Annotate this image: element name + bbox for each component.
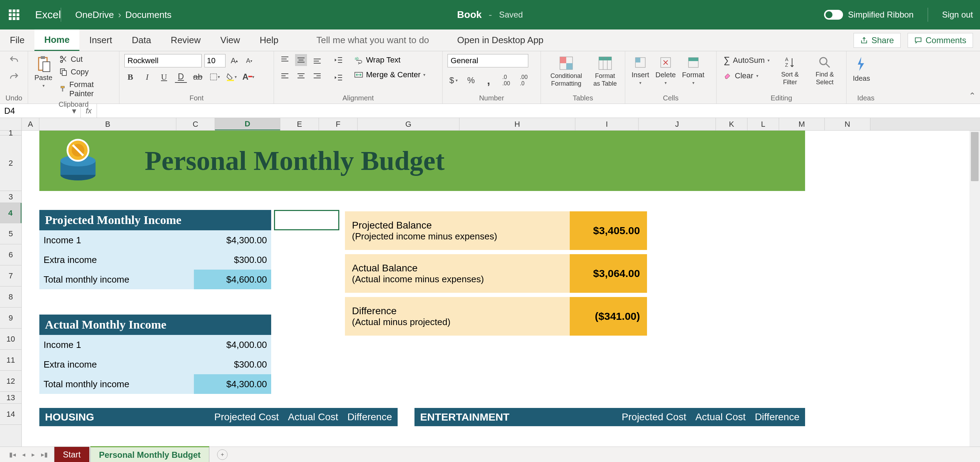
sheet-tab-start[interactable]: Start (54, 446, 89, 462)
sort-filter-button[interactable]: AZSort & Filter (775, 54, 805, 87)
tell-me-search[interactable]: Tell me what you want to do (317, 30, 429, 51)
diff-balance-label-cell[interactable]: Difference(Actual minus projected) (345, 297, 570, 336)
font-size-select[interactable] (204, 54, 226, 67)
increase-decimal-button[interactable]: .0.00 (500, 75, 512, 86)
act-total-value[interactable]: $4,300.00 (194, 374, 271, 394)
act-total-label[interactable]: Total monthly income (39, 374, 194, 394)
sheet-last-button[interactable]: ▸▮ (41, 451, 48, 459)
row-header-10[interactable]: 10 (0, 329, 21, 350)
grid-content[interactable]: Personal Monthly Budget Projected Monthl… (22, 130, 980, 460)
simplified-ribbon-toggle[interactable] (824, 10, 843, 20)
ideas-button[interactable]: Ideas (851, 54, 872, 84)
tab-insert[interactable]: Insert (80, 30, 122, 51)
comments-button[interactable]: Comments (908, 33, 973, 48)
proj-income1-value[interactable]: $4,300.00 (194, 230, 271, 250)
row-header-13[interactable]: 13 (0, 392, 21, 404)
decrease-indent-button[interactable] (332, 54, 344, 66)
column-header-H[interactable]: H (460, 118, 575, 130)
proj-balance-value[interactable]: $3,405.00 (570, 211, 647, 250)
bold-button[interactable]: B (124, 71, 136, 83)
tab-home[interactable]: Home (34, 30, 80, 51)
document-name[interactable]: Book (457, 9, 482, 21)
extra-income-label[interactable]: Extra income (39, 250, 194, 270)
grow-font-button[interactable]: A▴ (228, 55, 240, 67)
align-left-button[interactable] (279, 70, 291, 82)
breadcrumb-documents[interactable]: Documents (126, 10, 172, 21)
sign-out-link[interactable]: Sign out (942, 10, 973, 20)
align-top-button[interactable] (279, 54, 291, 66)
strikethrough-button[interactable]: ab (192, 71, 204, 83)
collapse-ribbon-button[interactable]: ⌃ (969, 91, 976, 101)
tab-help[interactable]: Help (250, 30, 288, 51)
act-balance-value[interactable]: $3,064.00 (570, 254, 647, 293)
row-header-9[interactable]: 9 (0, 308, 21, 329)
column-header-B[interactable]: B (39, 118, 176, 130)
decrease-decimal-button[interactable]: .00.0 (518, 75, 530, 86)
proj-extra-value[interactable]: $300.00 (194, 250, 271, 270)
tab-review[interactable]: Review (161, 30, 210, 51)
column-header-I[interactable]: I (575, 118, 639, 130)
share-button[interactable]: Share (854, 33, 900, 48)
tab-data[interactable]: Data (122, 30, 161, 51)
formula-input[interactable] (97, 104, 980, 117)
open-in-desktop-button[interactable]: Open in Desktop App (457, 30, 544, 51)
column-header-D[interactable]: D (215, 118, 280, 130)
row-header-1[interactable]: 1 (0, 130, 21, 135)
underline-button[interactable]: U (158, 71, 170, 83)
income1-label[interactable]: Income 1 (39, 230, 194, 250)
sheet-prev-button[interactable]: ◂ (22, 451, 25, 459)
column-header-K[interactable]: K (716, 118, 748, 130)
comma-button[interactable]: , (483, 75, 495, 86)
row-header-11[interactable]: 11 (0, 350, 21, 371)
add-sheet-button[interactable]: + (217, 449, 228, 460)
align-center-button[interactable] (295, 70, 307, 82)
font-name-select[interactable] (124, 54, 202, 67)
align-middle-button[interactable] (295, 54, 307, 66)
double-underline-button[interactable]: D (175, 71, 187, 83)
column-header-C[interactable]: C (176, 118, 215, 130)
sheet-next-button[interactable]: ▸ (32, 451, 35, 459)
sheet-first-button[interactable]: ▮◂ (9, 451, 16, 459)
insert-cells-button[interactable]: Insert▾ (630, 54, 651, 87)
italic-button[interactable]: I (141, 71, 153, 83)
number-format-select[interactable] (447, 54, 528, 67)
column-header-J[interactable]: J (639, 118, 716, 130)
diff-balance-value[interactable]: ($341.00) (570, 297, 647, 336)
conditional-formatting-button[interactable]: Conditional Formatting (546, 54, 587, 89)
vertical-scrollbar[interactable] (969, 130, 980, 460)
row-header-8[interactable]: 8 (0, 286, 21, 308)
column-header-A[interactable]: A (22, 118, 39, 130)
autosum-button[interactable]: ∑AutoSum▾ (721, 54, 772, 66)
proj-balance-label-cell[interactable]: Projected Balance(Projected income minus… (345, 211, 570, 250)
row-header-2[interactable]: 2 (0, 135, 21, 191)
align-right-button[interactable] (311, 70, 323, 82)
wrap-text-button[interactable]: abWrap Text (353, 54, 427, 66)
row-header-6[interactable]: 6 (0, 244, 21, 265)
percent-button[interactable]: % (465, 75, 477, 86)
row-header-12[interactable]: 12 (0, 371, 21, 392)
copy-button[interactable]: Copy (57, 67, 114, 77)
column-header-N[interactable]: N (825, 118, 870, 130)
format-as-table-button[interactable]: Format as Table (590, 54, 620, 89)
row-header-14[interactable]: 14 (0, 404, 21, 425)
act-balance-label-cell[interactable]: Actual Balance(Actual income minus expen… (345, 254, 570, 293)
format-cells-button[interactable]: Format▾ (681, 54, 706, 87)
act-extra-value[interactable]: $300.00 (194, 354, 271, 374)
currency-button[interactable]: $▾ (447, 75, 460, 86)
merge-center-button[interactable]: Merge & Center▾ (353, 69, 427, 81)
column-header-M[interactable]: M (779, 118, 825, 130)
tab-file[interactable]: File (0, 30, 34, 51)
sheet-tab-budget[interactable]: Personal Monthly Budget (90, 446, 209, 462)
total-income-label[interactable]: Total monthly income (39, 270, 194, 289)
app-name[interactable]: Excel (35, 9, 61, 21)
font-color-button[interactable]: A▾ (242, 71, 254, 83)
increase-indent-button[interactable] (332, 71, 344, 84)
cut-button[interactable]: Cut (57, 54, 114, 65)
row-header-5[interactable]: 5 (0, 223, 21, 244)
find-select-button[interactable]: Find & Select (808, 54, 841, 87)
row-header-3[interactable]: 3 (0, 191, 21, 203)
column-header-L[interactable]: L (748, 118, 779, 130)
format-painter-button[interactable]: Format Painter (57, 79, 114, 99)
act-extra-label[interactable]: Extra income (39, 354, 194, 374)
clear-button[interactable]: Clear▾ (721, 71, 772, 81)
